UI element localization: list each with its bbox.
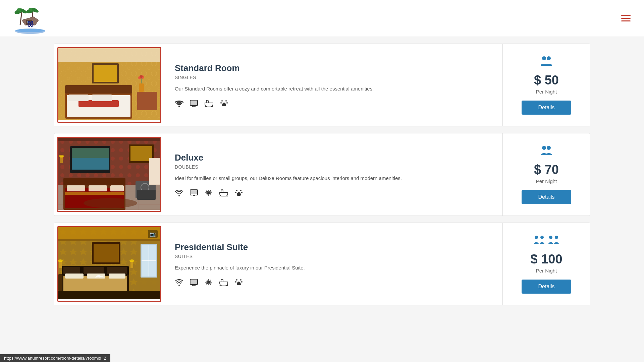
svg-line-99 xyxy=(227,196,228,196)
wifi-icon-presidential xyxy=(175,279,183,286)
room-type-presidential: SUITES xyxy=(175,254,492,259)
svg-rect-96 xyxy=(192,196,196,196)
bathtub-icon-presidential xyxy=(219,279,228,286)
svg-point-97 xyxy=(208,192,210,194)
room-desc-standard: Our Standard Rooms offer a cozy and comf… xyxy=(175,85,410,93)
svg-point-62 xyxy=(547,56,551,60)
svg-rect-108 xyxy=(63,267,80,274)
room-title-deluxe: Deluxe xyxy=(175,153,492,163)
per-night-deluxe: Per Night xyxy=(536,178,557,184)
hamburger-menu[interactable] xyxy=(621,15,631,21)
svg-line-135 xyxy=(227,285,228,286)
wifi-icon xyxy=(175,100,183,107)
room-title-presidential: Presidential Suite xyxy=(175,242,492,252)
price-standard: $ 50 xyxy=(534,73,559,87)
svg-line-0 xyxy=(20,12,22,25)
svg-point-139 xyxy=(555,236,558,239)
svg-rect-95 xyxy=(193,195,195,196)
room-title-standard: Standard Room xyxy=(175,63,492,73)
site-logo xyxy=(13,2,54,35)
svg-rect-94 xyxy=(191,190,197,194)
svg-rect-78 xyxy=(63,178,125,185)
svg-rect-57 xyxy=(193,106,195,106)
room-pricing-presidential: $ 100 Per Night Details xyxy=(503,223,590,305)
tv-icon-presidential xyxy=(190,279,198,286)
room-info-presidential: Presidential Suite SUITES Experience the… xyxy=(165,223,503,305)
logo-container xyxy=(13,2,54,35)
svg-line-22 xyxy=(32,25,33,27)
room-amenities-deluxe xyxy=(175,189,492,196)
svg-rect-74 xyxy=(72,158,109,170)
price-deluxe: $ 70 xyxy=(534,163,559,177)
svg-rect-131 xyxy=(193,285,195,285)
site-header xyxy=(0,0,644,37)
camera-badge: 📷 xyxy=(148,230,158,238)
svg-rect-113 xyxy=(87,274,105,279)
svg-rect-104 xyxy=(58,227,161,239)
svg-point-128 xyxy=(178,285,180,286)
pets-icon-deluxe xyxy=(234,189,243,196)
svg-point-30 xyxy=(15,29,45,32)
svg-point-136 xyxy=(535,236,538,239)
room-type-standard: SINGLES xyxy=(175,75,492,80)
details-button-presidential[interactable]: Details xyxy=(522,280,572,294)
svg-point-91 xyxy=(59,155,64,158)
svg-rect-87 xyxy=(137,190,156,200)
details-button-deluxe[interactable]: Details xyxy=(522,190,572,204)
room-pricing-standard: $ 50 Per Night Details xyxy=(503,44,590,126)
per-night-presidential: Per Night xyxy=(536,268,557,274)
room-pricing-deluxe: $ 70 Per Night Details xyxy=(503,133,590,216)
svg-rect-49 xyxy=(139,83,144,92)
wifi-icon-deluxe xyxy=(175,189,183,196)
guests-svg-deluxe xyxy=(538,145,555,159)
guests-icon-deluxe xyxy=(538,145,555,159)
svg-point-137 xyxy=(540,236,544,239)
svg-rect-70 xyxy=(58,138,161,141)
svg-point-84 xyxy=(84,198,137,208)
bathtub-icon xyxy=(204,100,214,107)
svg-rect-105 xyxy=(58,239,161,241)
svg-rect-121 xyxy=(94,244,119,262)
svg-rect-89 xyxy=(149,158,160,184)
svg-rect-130 xyxy=(191,280,197,284)
room-amenities-standard xyxy=(175,100,492,107)
room-info-standard: Standard Room SINGLES Our Standard Rooms… xyxy=(165,44,503,126)
svg-point-133 xyxy=(208,281,210,283)
svg-rect-58 xyxy=(192,106,196,107)
svg-point-11 xyxy=(28,21,30,23)
hamburger-line-2 xyxy=(621,18,631,19)
svg-point-23 xyxy=(30,22,31,23)
svg-rect-39 xyxy=(58,48,161,62)
tv-icon-deluxe xyxy=(190,189,198,196)
guests-svg-standard xyxy=(538,56,555,69)
svg-line-134 xyxy=(220,285,220,286)
ac-icon-deluxe xyxy=(204,189,213,196)
ac-icon-presidential xyxy=(204,279,213,286)
tv-icon xyxy=(190,100,198,107)
svg-rect-81 xyxy=(67,185,85,191)
room-image-deluxe-svg xyxy=(58,138,161,210)
status-bar: https://www.anumresort.com/room-details/… xyxy=(0,354,110,362)
guests-svg-presidential xyxy=(533,235,560,248)
svg-rect-110 xyxy=(107,267,127,274)
svg-point-101 xyxy=(547,146,551,150)
svg-rect-132 xyxy=(192,285,196,286)
per-night-standard: Per Night xyxy=(536,89,557,95)
svg-rect-44 xyxy=(68,95,89,101)
details-button-standard[interactable]: Details xyxy=(522,101,572,115)
pets-icon xyxy=(220,100,228,107)
svg-rect-56 xyxy=(191,101,197,105)
svg-point-53 xyxy=(140,75,143,78)
svg-line-59 xyxy=(205,106,206,107)
svg-rect-80 xyxy=(65,192,124,195)
room-card-presidential: 📷 Presidential Suite SUITES Experience t… xyxy=(54,223,590,305)
room-type-deluxe: DOUBLES xyxy=(175,164,492,170)
svg-rect-114 xyxy=(109,274,125,279)
room-info-deluxe: Deluxe DOUBLES Ideal for families or sma… xyxy=(165,133,503,216)
svg-line-60 xyxy=(212,106,213,107)
svg-rect-112 xyxy=(65,274,84,279)
svg-rect-45 xyxy=(92,95,112,101)
svg-line-28 xyxy=(31,25,31,26)
bathtub-icon-deluxe xyxy=(219,189,228,196)
price-presidential: $ 100 xyxy=(530,252,562,266)
